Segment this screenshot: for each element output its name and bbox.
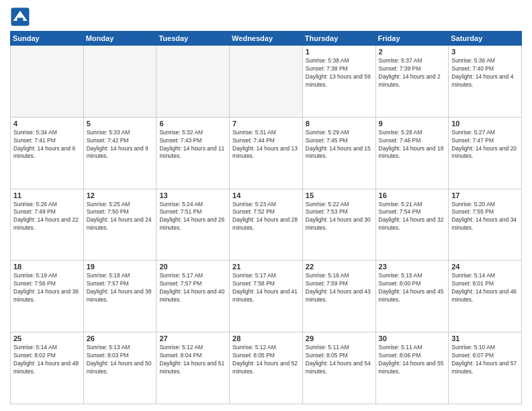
day-info: Sunrise: 5:33 AMSunset: 7:42 PMDaylight:… bbox=[87, 129, 148, 160]
day-info: Sunrise: 5:11 AMSunset: 8:05 PMDaylight:… bbox=[306, 344, 371, 375]
day-info: Sunrise: 5:11 AMSunset: 8:06 PMDaylight:… bbox=[379, 344, 444, 375]
calendar-cell: 10Sunrise: 5:27 AMSunset: 7:47 PMDayligh… bbox=[449, 117, 522, 189]
calendar-cell: 22Sunrise: 5:16 AMSunset: 7:59 PMDayligh… bbox=[302, 261, 375, 332]
day-info: Sunrise: 5:10 AMSunset: 8:07 PMDaylight:… bbox=[451, 344, 517, 375]
day-number: 30 bbox=[379, 334, 446, 342]
calendar-cell: 3Sunrise: 5:36 AMSunset: 7:40 PMDaylight… bbox=[449, 46, 522, 118]
day-info: Sunrise: 5:22 AMSunset: 7:53 PMDaylight:… bbox=[306, 201, 371, 232]
calendar-cell: 2Sunrise: 5:37 AMSunset: 7:39 PMDaylight… bbox=[375, 46, 449, 118]
calendar-table: SundayMondayTuesdayWednesdayThursdayFrid… bbox=[10, 31, 522, 404]
day-info: Sunrise: 5:17 AMSunset: 7:58 PMDaylight:… bbox=[232, 272, 298, 303]
day-number: 7 bbox=[232, 120, 300, 128]
calendar-cell: 27Sunrise: 5:12 AMSunset: 8:04 PMDayligh… bbox=[157, 332, 230, 404]
day-info: Sunrise: 5:23 AMSunset: 7:52 PMDaylight:… bbox=[232, 201, 298, 232]
calendar-week-4: 25Sunrise: 5:14 AMSunset: 8:02 PMDayligh… bbox=[11, 332, 522, 404]
day-number: 5 bbox=[87, 120, 154, 128]
day-info: Sunrise: 5:14 AMSunset: 8:01 PMDaylight:… bbox=[451, 272, 517, 303]
day-info: Sunrise: 5:31 AMSunset: 7:44 PMDaylight:… bbox=[232, 129, 298, 160]
calendar-cell bbox=[230, 46, 303, 118]
day-number: 18 bbox=[13, 263, 81, 271]
day-info: Sunrise: 5:19 AMSunset: 7:56 PMDaylight:… bbox=[13, 272, 79, 303]
day-info: Sunrise: 5:12 AMSunset: 8:05 PMDaylight:… bbox=[232, 344, 298, 375]
day-number: 1 bbox=[306, 48, 373, 56]
calendar-cell: 9Sunrise: 5:28 AMSunset: 7:46 PMDaylight… bbox=[375, 117, 449, 189]
day-info: Sunrise: 5:25 AMSunset: 7:50 PMDaylight:… bbox=[87, 201, 152, 232]
day-info: Sunrise: 5:27 AMSunset: 7:47 PMDaylight:… bbox=[451, 129, 517, 160]
day-info: Sunrise: 5:13 AMSunset: 8:03 PMDaylight:… bbox=[87, 344, 152, 375]
calendar-cell: 20Sunrise: 5:17 AMSunset: 7:57 PMDayligh… bbox=[157, 261, 230, 332]
calendar-week-0: 1Sunrise: 5:38 AMSunset: 7:38 PMDaylight… bbox=[11, 46, 522, 118]
day-number: 3 bbox=[451, 48, 519, 56]
calendar-header-wednesday: Wednesday bbox=[230, 32, 303, 46]
day-number: 26 bbox=[87, 334, 154, 342]
calendar-cell: 18Sunrise: 5:19 AMSunset: 7:56 PMDayligh… bbox=[11, 261, 84, 332]
day-number: 4 bbox=[13, 120, 81, 128]
calendar-week-1: 4Sunrise: 5:34 AMSunset: 7:41 PMDaylight… bbox=[11, 117, 522, 189]
calendar-cell: 12Sunrise: 5:25 AMSunset: 7:50 PMDayligh… bbox=[83, 189, 157, 261]
day-number: 19 bbox=[87, 263, 154, 271]
calendar-cell: 4Sunrise: 5:34 AMSunset: 7:41 PMDaylight… bbox=[11, 117, 84, 189]
calendar-header-row: SundayMondayTuesdayWednesdayThursdayFrid… bbox=[11, 32, 522, 46]
calendar-cell: 25Sunrise: 5:14 AMSunset: 8:02 PMDayligh… bbox=[11, 332, 84, 404]
day-info: Sunrise: 5:34 AMSunset: 7:41 PMDaylight:… bbox=[13, 129, 75, 160]
calendar-cell: 5Sunrise: 5:33 AMSunset: 7:42 PMDaylight… bbox=[83, 117, 157, 189]
day-info: Sunrise: 5:18 AMSunset: 7:57 PMDaylight:… bbox=[87, 272, 152, 303]
calendar-cell: 24Sunrise: 5:14 AMSunset: 8:01 PMDayligh… bbox=[449, 261, 522, 332]
day-number: 31 bbox=[451, 334, 519, 342]
day-number: 10 bbox=[451, 120, 519, 128]
calendar-header-sunday: Sunday bbox=[11, 32, 84, 46]
calendar-cell: 26Sunrise: 5:13 AMSunset: 8:03 PMDayligh… bbox=[83, 332, 157, 404]
calendar-cell bbox=[11, 46, 84, 118]
calendar-cell bbox=[157, 46, 230, 118]
day-number: 14 bbox=[232, 191, 300, 199]
calendar-cell: 19Sunrise: 5:18 AMSunset: 7:57 PMDayligh… bbox=[83, 261, 157, 332]
calendar-week-3: 18Sunrise: 5:19 AMSunset: 7:56 PMDayligh… bbox=[11, 261, 522, 332]
calendar-header-tuesday: Tuesday bbox=[157, 32, 230, 46]
day-number: 6 bbox=[159, 120, 226, 128]
calendar-cell: 30Sunrise: 5:11 AMSunset: 8:06 PMDayligh… bbox=[375, 332, 449, 404]
calendar-cell: 21Sunrise: 5:17 AMSunset: 7:58 PMDayligh… bbox=[230, 261, 303, 332]
day-number: 11 bbox=[13, 191, 81, 199]
svg-rect-2 bbox=[17, 18, 24, 22]
logo bbox=[10, 7, 33, 27]
day-number: 25 bbox=[13, 334, 81, 342]
calendar-header-saturday: Saturday bbox=[449, 32, 522, 46]
day-number: 20 bbox=[159, 263, 226, 271]
calendar-cell: 13Sunrise: 5:24 AMSunset: 7:51 PMDayligh… bbox=[157, 189, 230, 261]
calendar-week-2: 11Sunrise: 5:26 AMSunset: 7:49 PMDayligh… bbox=[11, 189, 522, 261]
day-number: 17 bbox=[451, 191, 519, 199]
day-number: 13 bbox=[159, 191, 226, 199]
day-info: Sunrise: 5:20 AMSunset: 7:55 PMDaylight:… bbox=[451, 201, 517, 232]
day-number: 28 bbox=[232, 334, 300, 342]
calendar-cell: 29Sunrise: 5:11 AMSunset: 8:05 PMDayligh… bbox=[302, 332, 375, 404]
calendar-cell: 7Sunrise: 5:31 AMSunset: 7:44 PMDaylight… bbox=[230, 117, 303, 189]
calendar-cell: 31Sunrise: 5:10 AMSunset: 8:07 PMDayligh… bbox=[449, 332, 522, 404]
calendar-header-thursday: Thursday bbox=[302, 32, 375, 46]
day-info: Sunrise: 5:36 AMSunset: 7:40 PMDaylight:… bbox=[451, 57, 513, 88]
day-number: 15 bbox=[306, 191, 373, 199]
day-number: 27 bbox=[159, 334, 226, 342]
day-number: 21 bbox=[232, 263, 300, 271]
page: SundayMondayTuesdayWednesdayThursdayFrid… bbox=[0, 0, 532, 411]
calendar-cell: 11Sunrise: 5:26 AMSunset: 7:49 PMDayligh… bbox=[11, 189, 84, 261]
day-info: Sunrise: 5:37 AMSunset: 7:39 PMDaylight:… bbox=[379, 57, 441, 88]
day-info: Sunrise: 5:28 AMSunset: 7:46 PMDaylight:… bbox=[379, 129, 444, 160]
day-info: Sunrise: 5:26 AMSunset: 7:49 PMDaylight:… bbox=[13, 201, 79, 232]
day-info: Sunrise: 5:24 AMSunset: 7:51 PMDaylight:… bbox=[159, 201, 224, 232]
day-info: Sunrise: 5:32 AMSunset: 7:43 PMDaylight:… bbox=[159, 129, 224, 160]
logo-icon bbox=[10, 7, 30, 27]
day-number: 16 bbox=[379, 191, 446, 199]
calendar-cell: 14Sunrise: 5:23 AMSunset: 7:52 PMDayligh… bbox=[230, 189, 303, 261]
day-number: 9 bbox=[379, 120, 446, 128]
calendar-cell bbox=[83, 46, 157, 118]
day-number: 24 bbox=[451, 263, 519, 271]
day-number: 8 bbox=[306, 120, 373, 128]
day-info: Sunrise: 5:16 AMSunset: 7:59 PMDaylight:… bbox=[306, 272, 371, 303]
calendar-cell: 17Sunrise: 5:20 AMSunset: 7:55 PMDayligh… bbox=[449, 189, 522, 261]
calendar-cell: 23Sunrise: 5:15 AMSunset: 8:00 PMDayligh… bbox=[375, 261, 449, 332]
day-number: 23 bbox=[379, 263, 446, 271]
header bbox=[10, 7, 522, 27]
day-info: Sunrise: 5:29 AMSunset: 7:45 PMDaylight:… bbox=[306, 129, 371, 160]
day-info: Sunrise: 5:21 AMSunset: 7:54 PMDaylight:… bbox=[379, 201, 444, 232]
calendar-cell: 1Sunrise: 5:38 AMSunset: 7:38 PMDaylight… bbox=[302, 46, 375, 118]
